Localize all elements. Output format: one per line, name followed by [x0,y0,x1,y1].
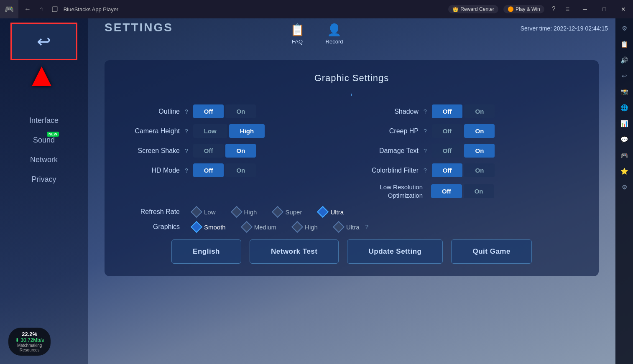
creep-hp-off-button[interactable]: Off [432,124,463,138]
reward-center-button[interactable]: 👑 Reward Center [448,5,498,13]
rate-super-option[interactable]: Super [273,208,302,216]
play-icon: 🟠 [508,6,514,12]
screen-shake-on-button[interactable]: On [225,144,256,158]
minimize-button[interactable]: ─ [575,0,595,18]
hd-on-button[interactable]: On [225,163,256,177]
graphics-ultra-option[interactable]: Ultra ? [334,223,368,231]
graphics-smooth-icon [191,221,202,233]
screen-shake-off-button[interactable]: Off [193,144,224,158]
stats-percent: 22.2% [22,331,37,337]
shadow-off-button[interactable]: Off [432,104,463,118]
help-icon[interactable]: ? [549,5,558,14]
damage-text-toggle: Off On [432,144,495,158]
quit-game-button[interactable]: Quit Game [451,239,531,264]
outline-setting: Outline ? Off On [125,104,339,118]
network-test-button[interactable]: Network Test [250,239,339,264]
app-name: BlueStacks App Player [64,6,449,13]
rate-ultra-option[interactable]: Ultra [319,208,344,216]
sidebar-icon-3[interactable]: 🔊 [617,53,632,68]
camera-low-button[interactable]: Low [193,124,227,138]
title-bar-right: 👑 Reward Center 🟠 Play & Win ? ≡ [448,5,572,14]
sidebar-item-sound[interactable]: Sound NEW [10,134,77,146]
back-button[interactable]: ↩ [10,23,77,60]
graphics-medium-option[interactable]: Medium [242,223,276,231]
camera-help-icon[interactable]: ? [185,128,188,135]
damage-on-button[interactable]: On [464,144,495,158]
graphics-help-icon[interactable]: ? [365,224,369,230]
close-button[interactable]: ✕ [614,0,633,18]
rate-low-option[interactable]: Low [192,208,216,216]
damage-text-help-icon[interactable]: ? [424,148,427,154]
sidebar-icon-settings[interactable]: ⚙ [617,180,632,195]
camera-height-label: Camera Height [125,127,180,135]
outline-toggle: Off On [193,104,256,118]
damage-off-button[interactable]: Off [432,144,463,158]
graphics-high-option[interactable]: High [293,223,318,231]
colorblind-on-button[interactable]: On [464,163,495,177]
hd-mode-help-icon[interactable]: ? [185,167,188,174]
low-res-off-button[interactable]: Off [431,184,462,198]
nav-window-button[interactable]: ❐ [49,5,60,14]
sidebar-icon-4[interactable]: ↩ [617,69,632,84]
graphics-label: Graphics [125,223,180,231]
shadow-help-icon[interactable]: ? [424,108,427,115]
low-res-toggle: Off On [431,184,494,198]
outline-off-button[interactable]: Off [193,104,224,118]
colorblind-label: Colorblind Filter [364,167,419,174]
faq-icon: 📋 [290,23,305,37]
sidebar-icon-2[interactable]: 📋 [617,37,632,52]
sidebar-icon-5[interactable]: 📸 [617,84,632,99]
outline-on-button[interactable]: On [225,104,256,118]
right-sidebar: ⚙ 📋 🔊 ↩ 📸 🌐 📊 💬 🎮 ⭐ ⚙ [615,18,633,364]
screen-shake-help-icon[interactable]: ? [185,148,188,154]
outline-help-icon[interactable]: ? [185,108,188,115]
graphics-row: Graphics Smooth Medium High Ultra ? [125,223,578,231]
sidebar-item-network[interactable]: Network [10,154,77,166]
faq-button[interactable]: 📋 FAQ [290,23,305,45]
refresh-rate-label: Refresh Rate [125,208,180,216]
sidebar-icon-6[interactable]: 🌐 [617,100,632,115]
play-win-button[interactable]: 🟠 Play & Win [503,5,544,13]
rate-super-icon [272,206,283,218]
screen-shake-label: Screen Shake [125,147,180,155]
record-button[interactable]: 👤 Record [326,23,343,45]
nav-home-button[interactable]: ⌂ [37,5,46,14]
screen-shake-toggle: Off On [193,144,256,158]
sidebar-icon-1[interactable]: ⚙ [617,21,632,36]
rate-high-option[interactable]: High [232,208,257,216]
refresh-rate-options: Low High Super Ultra [192,208,344,216]
sidebar-icon-7[interactable]: 📊 [617,116,632,131]
graphics-ultra-icon [333,221,345,233]
shadow-on-button[interactable]: On [464,104,495,118]
outline-label: Outline [125,108,180,115]
new-badge: NEW [47,132,59,137]
hd-off-button[interactable]: Off [193,163,224,177]
english-button[interactable]: English [171,239,241,264]
colorblind-off-button[interactable]: Off [432,163,463,177]
colorblind-help-icon[interactable]: ? [424,167,427,174]
record-icon: 👤 [327,23,342,37]
menu-icon[interactable]: ≡ [563,5,572,14]
sidebar-item-privacy[interactable]: Privacy [10,173,77,186]
sidebar-icon-9[interactable]: 🎮 [617,148,632,163]
maximize-button[interactable]: □ [595,0,614,18]
low-res-on-button[interactable]: On [464,184,494,198]
nav-back-button[interactable]: ← [22,5,33,14]
nav-controls: ← ⌂ ❐ [22,5,60,14]
reward-center-label: Reward Center [460,6,494,12]
shadow-setting: Shadow ? Off On [364,104,578,118]
sidebar-icon-10[interactable]: ⭐ [617,164,632,179]
nav-menu: Interface Sound NEW Network Privacy [10,115,77,186]
rate-high-icon [230,206,242,218]
stats-speed: ⬇ 30.72Mb/s [15,337,44,343]
section-title: Graphic Settings [125,73,578,84]
back-arrow-icon: ↩ [37,32,51,51]
hd-mode-label: HD Mode [125,167,180,174]
graphics-smooth-option[interactable]: Smooth [192,223,226,231]
camera-high-button[interactable]: High [229,124,265,138]
creep-hp-help-icon[interactable]: ? [424,128,427,135]
sidebar-icon-8[interactable]: 💬 [617,132,632,147]
sidebar-item-interface[interactable]: Interface [10,115,77,127]
creep-hp-on-button[interactable]: On [464,124,495,138]
update-setting-button[interactable]: Update Setting [347,239,443,264]
